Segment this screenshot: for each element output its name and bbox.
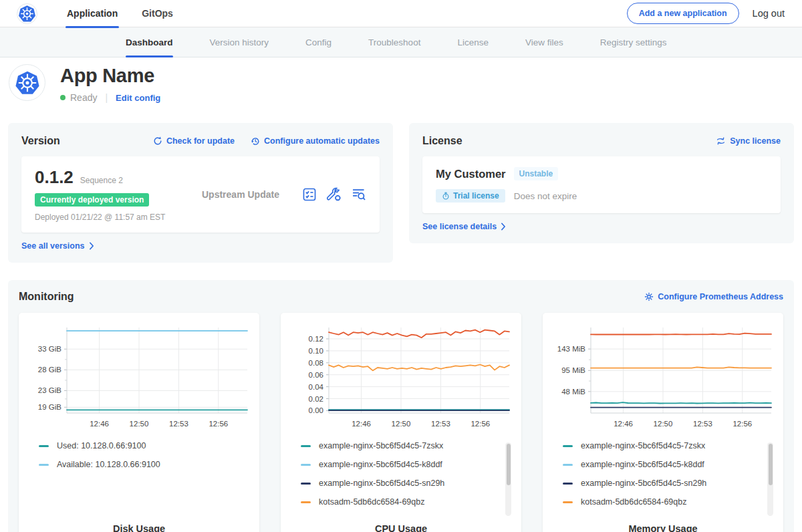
svg-text:12:53: 12:53 [431, 420, 450, 428]
preflight-checks-icon[interactable] [302, 187, 317, 202]
see-license-details-label: See license details [422, 222, 497, 231]
legend-swatch [563, 445, 573, 447]
top-nav-tabs: Application GitOps [67, 0, 173, 27]
legend-swatch [301, 483, 311, 485]
see-all-versions-link[interactable]: See all versions [21, 241, 380, 251]
refresh-icon [153, 136, 162, 146]
legend-scrollbar-thumb[interactable] [507, 444, 511, 485]
version-number: 0.1.2 [35, 167, 74, 188]
svg-text:0.08: 0.08 [309, 359, 323, 367]
cpu-usage-legend: example-nginx-5bc6f5d4c5-7zskxexample-ng… [289, 441, 513, 520]
legend-scrollbar[interactable] [505, 442, 511, 516]
svg-text:143 MiB: 143 MiB [557, 345, 586, 353]
legend-swatch [301, 445, 311, 447]
svg-text:12:46: 12:46 [352, 420, 371, 428]
tab-gitops[interactable]: GitOps [142, 0, 173, 27]
legend-label: kotsadm-5db6dc6584-69qbz [581, 497, 686, 507]
legend-swatch [563, 501, 573, 503]
legend-scrollbar-thumb[interactable] [769, 444, 773, 485]
see-all-versions-label: See all versions [21, 241, 85, 251]
svg-text:0.02: 0.02 [309, 395, 323, 403]
add-application-button[interactable]: Add a new application [627, 3, 739, 24]
edit-config-icon[interactable] [327, 187, 342, 202]
current-version-row: 0.1.2 Sequence 2 Currently deployed vers… [21, 156, 380, 233]
memory-usage-line-chart: 143 MiB95 MiB48 MiB12:4612:5012:5312:56 [551, 322, 775, 432]
legend-item: example-nginx-5bc6f5d4c5-sn29h [563, 479, 775, 488]
svg-text:12:56: 12:56 [471, 420, 490, 428]
edit-config-link[interactable]: Edit config [116, 93, 160, 103]
svg-text:48 MiB: 48 MiB [561, 388, 585, 396]
cpu-usage-line-chart: 0.120.100.080.060.040.020.0012:4612:5012… [289, 322, 513, 432]
configure-automatic-updates-label: Configure automatic updates [264, 136, 380, 146]
monitoring-panel: Monitoring Configure Prometheus Address … [8, 280, 794, 532]
disk-usage-legend: Used: 10.128.0.66:9100Available: 10.128.… [27, 441, 251, 520]
gear-icon [644, 292, 654, 301]
chevron-right-icon [501, 223, 506, 231]
legend-swatch [301, 501, 311, 503]
legend-item: example-nginx-5bc6f5d4c5-7zskx [301, 441, 513, 450]
svg-text:12:46: 12:46 [90, 420, 109, 428]
app-subnav: Dashboard Version history Config Trouble… [0, 27, 802, 57]
chevron-right-icon [89, 242, 94, 250]
svg-text:12:56: 12:56 [209, 420, 228, 428]
legend-scrollbar[interactable] [767, 442, 773, 516]
license-details-row: My Customer Unstable Trial license [422, 156, 781, 213]
deployed-version-badge: Currently deployed version [35, 193, 149, 207]
view-diff-icon[interactable] [352, 187, 366, 202]
charts-row: 33 GiB28 GiB23 GiB19 GiB12:4612:5012:531… [19, 313, 783, 532]
subnav-tab-dashboard[interactable]: Dashboard [126, 27, 173, 57]
kubernetes-logo[interactable] [17, 3, 37, 24]
legend-label: Available: 10.128.0.66:9100 [57, 460, 160, 469]
legend-label: example-nginx-5bc6f5d4c5-k8ddf [581, 460, 704, 469]
legend-swatch [39, 445, 49, 447]
svg-text:12:53: 12:53 [693, 420, 712, 428]
svg-text:0.10: 0.10 [309, 347, 323, 355]
legend-item: example-nginx-5bc6f5d4c5-k8ddf [301, 460, 513, 469]
subnav-tab-registry-settings[interactable]: Registry settings [600, 27, 667, 57]
legend-swatch [563, 464, 573, 466]
subnav-tab-troubleshoot[interactable]: Troubleshoot [368, 27, 420, 57]
top-nav-right: Add a new application Log out [627, 3, 785, 24]
legend-item: example-nginx-5bc6f5d4c5-k8ddf [563, 460, 775, 469]
subnav-tab-config[interactable]: Config [305, 27, 331, 57]
legend-item: example-nginx-5bc6f5d4c5-7zskx [563, 441, 775, 450]
logout-link[interactable]: Log out [753, 8, 785, 19]
kubernetes-logo-icon [18, 5, 36, 23]
stopwatch-icon [442, 192, 450, 200]
clock-rotate-icon [251, 136, 260, 146]
legend-label: example-nginx-5bc6f5d4c5-7zskx [319, 441, 443, 450]
svg-text:23 GiB: 23 GiB [38, 386, 61, 394]
legend-label: Used: 10.128.0.66:9100 [57, 441, 146, 450]
trial-license-badge: Trial license [436, 189, 505, 203]
page-title: App Name [60, 65, 160, 87]
svg-text:28 GiB: 28 GiB [38, 366, 61, 374]
svg-text:12:50: 12:50 [130, 420, 149, 428]
subnav-tab-license[interactable]: License [457, 27, 489, 57]
svg-text:12:53: 12:53 [169, 420, 188, 428]
version-sequence: Sequence 2 [80, 176, 123, 185]
configure-prometheus-link[interactable]: Configure Prometheus Address [644, 292, 783, 301]
chart-title: Memory Usage [551, 523, 775, 532]
svg-text:0.12: 0.12 [309, 335, 323, 343]
svg-text:0.00: 0.00 [309, 406, 323, 414]
app-header: App Name Ready | Edit config [0, 57, 802, 118]
configure-automatic-updates-link[interactable]: Configure automatic updates [251, 136, 380, 146]
version-card: Version Check for update Configure au [8, 123, 393, 263]
see-license-details-link[interactable]: See license details [422, 222, 781, 231]
svg-text:0.04: 0.04 [309, 383, 324, 391]
divider: | [105, 92, 108, 103]
tab-application-label: Application [67, 8, 118, 19]
chart-card-cpu-usage: 0.120.100.080.060.040.020.0012:4612:5012… [281, 313, 521, 532]
channel-badge: Unstable [514, 167, 559, 180]
tab-gitops-label: GitOps [142, 8, 173, 19]
deployed-timestamp: Deployed 01/21/22 @ 11:57 am EST [35, 213, 202, 222]
license-expiry: Does not expire [514, 191, 577, 201]
subnav-tab-view-files[interactable]: View files [525, 27, 563, 57]
sync-license-link[interactable]: Sync license [716, 136, 781, 146]
chart-title: Disk Usage [27, 523, 251, 532]
ready-status-dot [60, 95, 65, 100]
subnav-tab-version-history[interactable]: Version history [210, 27, 269, 57]
legend-swatch [563, 483, 573, 485]
check-for-update-link[interactable]: Check for update [153, 136, 235, 146]
tab-application[interactable]: Application [67, 0, 118, 27]
